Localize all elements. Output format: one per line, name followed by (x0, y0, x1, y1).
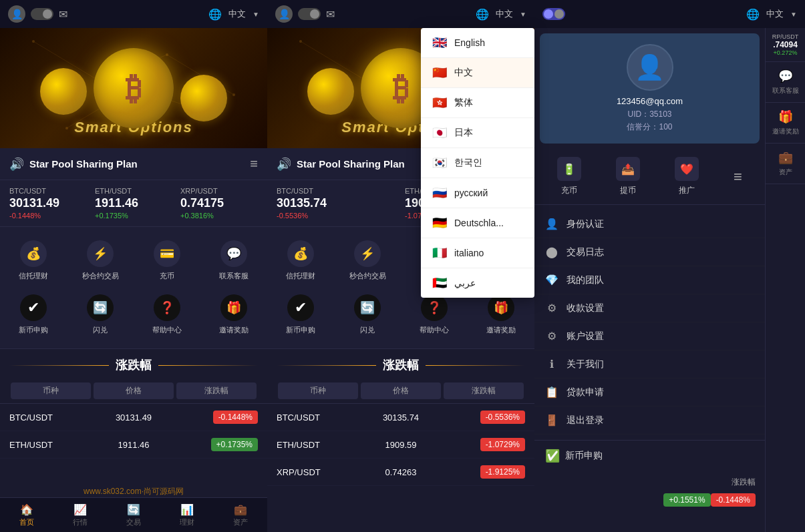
menu-contact[interactable]: 💬 联系客服 (200, 234, 267, 288)
sidebar-contact[interactable]: 💬 联系客服 (766, 62, 805, 103)
globe-icon: 🌐 (476, 8, 489, 21)
lang-label-japanese: 日本 (454, 127, 473, 139)
hamburger-icon[interactable]: ≡ (250, 156, 258, 172)
coin-small-left-mid (307, 68, 354, 115)
menu-second-contract[interactable]: ⚡ 秒合约交易 (67, 234, 134, 288)
lang-selector-left[interactable]: 中文 (228, 8, 246, 20)
table-row-eth-mid[interactable]: ETH/USDT 1909.59 -1.0729% (267, 431, 534, 459)
col-header-price: 价格 (94, 382, 174, 399)
nav-trade[interactable]: 🔄 交易 (107, 498, 160, 532)
menu-my-team[interactable]: 💎 我的团队 (534, 266, 765, 294)
lang-option-german[interactable]: 🇩🇪 Deutschla... (421, 208, 534, 238)
menu-label: 秒合约交易 (82, 271, 119, 281)
theme-toggle[interactable] (31, 8, 53, 20)
menu-trade-log[interactable]: ⬤ 交易日志 (534, 238, 765, 266)
ticker-eth[interactable]: ETH/USDT 1911.46 +0.1735% (95, 187, 172, 220)
nav-assets[interactable]: 💼 资产 (214, 498, 267, 532)
menu-flash-swap[interactable]: 🔄 闪兑 (67, 288, 134, 342)
menu-account-settings[interactable]: ⚙ 账户设置 (534, 322, 765, 350)
change: +0.1735% (175, 438, 258, 451)
menu-new-coin-mid[interactable]: ✔ 新币申购 (267, 288, 334, 342)
action-withdraw[interactable]: 📤 提币 (616, 157, 640, 196)
menu-second-contract-mid[interactable]: ⚡ 秒合约交易 (334, 234, 401, 288)
mail-icon[interactable]: ✉ (326, 8, 335, 21)
profile-email: 123456@qq.com (617, 96, 683, 106)
about-us-icon: ℹ (545, 358, 558, 370)
right-menu-icon[interactable]: ≡ (734, 168, 742, 186)
coin-small-right (180, 75, 227, 121)
nav-market[interactable]: 📈 行情 (53, 498, 107, 532)
lang-label-italian: italiano (454, 248, 484, 258)
right-main-content: 👤 123456@qq.com UID：35103 信誉分：100 🔋 充币 📤… (534, 28, 765, 532)
trust-finance-icon-mid: 💰 (287, 240, 314, 267)
menu-label: 邀请奖励 (486, 325, 516, 335)
lang-option-russian[interactable]: 🇷🇺 русский (421, 178, 534, 208)
price: 30131.49 (92, 413, 175, 423)
lang-option-japanese[interactable]: 🇯🇵 日本 (421, 118, 534, 148)
change-badge-1: -0.1448% (711, 493, 756, 507)
new-coin-signup[interactable]: ✅ 新币申购 (534, 440, 765, 471)
russian-flag: 🇷🇺 (432, 186, 448, 200)
menu-invite[interactable]: 🎁 邀请奖励 (200, 288, 267, 342)
menu-new-coin[interactable]: ✔ 新币申购 (0, 288, 67, 342)
nav-label: 资产 (233, 517, 248, 527)
profile-actions: 🔋 充币 📤 提币 ❤️ 推广 ≡ (534, 149, 765, 205)
ticker-btc-mid[interactable]: BTC/USDT 30135.74 -0.5536% (277, 187, 397, 220)
ticker-btc[interactable]: BTC/USDT 30131.49 -0.1448% (9, 187, 87, 220)
nav-home[interactable]: 🏠 首页 (0, 498, 53, 532)
menu-about-us[interactable]: ℹ 关于我们 (534, 350, 765, 378)
mail-icon[interactable]: ✉ (59, 8, 67, 21)
lang-option-english[interactable]: 🇬🇧 English (421, 28, 534, 58)
lang-option-arabic[interactable]: 🇦🇪 عربي (421, 268, 534, 298)
right-sidebar-strip: RP/USDT .74094 +0.272% 💬 联系客服 🎁 邀请奖励 💼 资… (765, 28, 805, 532)
avatar[interactable]: 👤 (8, 5, 25, 23)
table-row[interactable]: BTC/USDT 30131.49 -0.1448% (0, 404, 267, 431)
lang-option-italian[interactable]: 🇮🇹 italiano (421, 238, 534, 268)
ticker-xrp[interactable]: XRP/USDT 0.74175 +0.3816% (180, 187, 258, 220)
menu-trust-finance[interactable]: 💰 信托理财 (0, 234, 67, 288)
menu-label: 新币申购 (286, 325, 315, 335)
menu-logout[interactable]: 🚪 退出登录 (534, 407, 765, 435)
market-icon: 📈 (73, 503, 87, 516)
lang-label-russian: русский (454, 188, 488, 198)
second-contract-icon: ⚡ (87, 240, 114, 267)
lang-selector-middle[interactable]: 中文 (496, 8, 513, 20)
table-row-btc-mid[interactable]: BTC/USDT 30135.74 -0.5536% (267, 404, 534, 431)
nav-finance[interactable]: 📊 理财 (160, 498, 214, 532)
help-icon: ❓ (154, 294, 180, 321)
table-row-xrp-mid[interactable]: XRP/USDT 0.74263 -1.9125% (267, 459, 534, 486)
avatar[interactable]: 👤 (275, 5, 293, 23)
menu-list-label: 身份认证 (567, 218, 604, 230)
lang-option-chinese[interactable]: 🇨🇳 中文 (421, 58, 534, 88)
table-header-mid: 币种 价格 涨跌幅 (267, 378, 534, 404)
table-row[interactable]: ETH/USDT 1911.46 +0.1735% (0, 431, 267, 459)
menu-loan[interactable]: 📋 贷款申请 (534, 378, 765, 407)
left-hero-banner: ₿ Smart Options (0, 28, 267, 148)
col-header-price-mid: 价格 (361, 382, 441, 399)
menu-list-label: 交易日志 (567, 246, 604, 258)
lang-selector-right[interactable]: 中文 (766, 8, 784, 20)
price: 0.74263 (359, 467, 442, 477)
menu-payment-settings[interactable]: ⚙ 收款设置 (534, 294, 765, 322)
user-avatar: 👤 (627, 44, 673, 91)
sidebar-invite[interactable]: 🎁 邀请奖励 (766, 103, 805, 144)
theme-toggle[interactable] (298, 8, 321, 20)
sidebar-assets-label: 资产 (779, 168, 792, 177)
menu-trust-finance-mid[interactable]: 💰 信托理财 (267, 234, 334, 288)
action-charge[interactable]: 🔋 充币 (557, 157, 581, 196)
theme-toggle-right[interactable] (542, 8, 565, 20)
menu-label: 联系客服 (219, 271, 249, 281)
sidebar-assets[interactable]: 💼 资产 (766, 144, 805, 184)
menu-help[interactable]: ❓ 帮助中心 (134, 288, 200, 342)
lang-option-traditional[interactable]: 🇭🇰 繁体 (421, 88, 534, 118)
menu-charge-coin[interactable]: 💳 充币 (134, 234, 200, 288)
action-promote[interactable]: ❤️ 推广 (675, 157, 699, 196)
lang-option-korean[interactable]: 🇰🇷 한국인 (421, 148, 534, 178)
speaker-icon: 🔊 (9, 157, 24, 172)
col-header-change: 涨跌幅 (176, 382, 257, 399)
title-line-right (158, 365, 258, 366)
pair: BTC/USDT (277, 413, 359, 423)
menu-label: 充币 (160, 271, 174, 281)
menu-identity[interactable]: 👤 身份认证 (534, 210, 765, 238)
menu-flash-swap-mid[interactable]: 🔄 闪兑 (334, 288, 401, 342)
